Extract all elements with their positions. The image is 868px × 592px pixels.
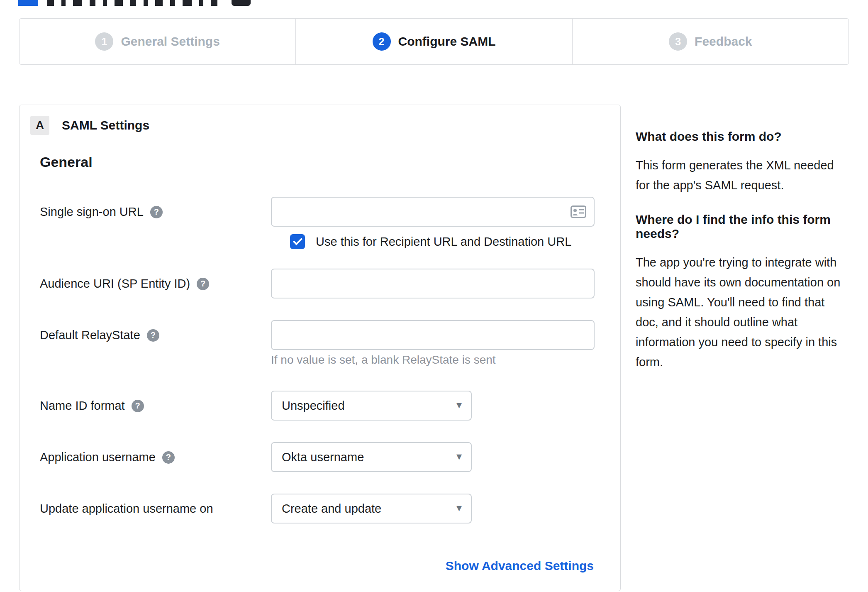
- recipient-url-checkbox[interactable]: [290, 234, 305, 249]
- sso-recipient-checkbox-row: Use this for Recipient URL and Destinati…: [290, 234, 571, 249]
- help-question-2: Where do I find the info this form needs…: [636, 213, 850, 241]
- section-a-badge: A: [30, 116, 49, 135]
- update-app-username-value: Create and update: [282, 502, 381, 516]
- update-app-username-label: Update application username on: [40, 502, 213, 516]
- sso-url-label: Single sign-on URL ?: [40, 205, 163, 219]
- show-advanced-settings-link[interactable]: Show Advanced Settings: [446, 559, 594, 573]
- clipped-title-fragment: [170, 0, 175, 6]
- clipped-title-fragment: [144, 0, 148, 6]
- help-answer-1: This form generates the XML needed for t…: [636, 155, 850, 195]
- help-icon[interactable]: ?: [150, 206, 163, 218]
- recipient-url-checkbox-label: Use this for Recipient URL and Destinati…: [316, 235, 571, 249]
- app-username-label: Application username ?: [40, 450, 175, 464]
- group-title-general: General: [40, 154, 93, 170]
- step-label: Feedback: [695, 34, 752, 49]
- clipped-title-fragment: [103, 0, 107, 6]
- chevron-down-icon: ▾: [456, 399, 462, 411]
- step-label: General Settings: [121, 34, 219, 49]
- clipped-title-fragment: [73, 0, 82, 6]
- relay-state-input[interactable]: [271, 320, 595, 350]
- sso-url-input-wrap: [271, 197, 595, 227]
- clipped-title-fragment: [183, 0, 192, 6]
- step-general-settings[interactable]: 1 General Settings: [20, 19, 295, 64]
- audience-uri-input[interactable]: [271, 269, 595, 298]
- help-answer-2: The app you're trying to integrate with …: [636, 252, 850, 372]
- help-question-1: What does this form do?: [636, 130, 850, 144]
- step-configure-saml[interactable]: 2 Configure SAML: [295, 19, 572, 64]
- audience-uri-label: Audience URI (SP Entity ID) ?: [40, 277, 209, 291]
- help-icon[interactable]: ?: [132, 400, 144, 412]
- clipped-title-fragment: [115, 0, 123, 6]
- clipped-page-title: [18, 0, 258, 6]
- app-username-label-text: Application username: [40, 450, 156, 464]
- clipped-title-fragment: [130, 0, 136, 6]
- clipped-icon-fragment: [232, 0, 251, 6]
- sso-url-input[interactable]: [271, 197, 595, 227]
- chevron-down-icon: ▾: [456, 450, 462, 463]
- help-icon[interactable]: ?: [197, 278, 209, 290]
- chevron-down-icon: ▾: [456, 501, 462, 514]
- clipped-logo-fragment: [18, 0, 38, 6]
- audience-uri-label-text: Audience URI (SP Entity ID): [40, 277, 190, 291]
- contact-card-icon: [571, 205, 586, 220]
- app-username-value: Okta username: [282, 450, 364, 464]
- relay-state-label-text: Default RelayState: [40, 328, 140, 342]
- help-sidebar: What does this form do? This form genera…: [636, 130, 850, 389]
- step-label: Configure SAML: [398, 34, 496, 49]
- name-id-format-label-text: Name ID format: [40, 399, 125, 413]
- help-icon[interactable]: ?: [162, 451, 175, 464]
- clipped-title-fragment: [47, 0, 54, 6]
- saml-settings-panel: A SAML Settings General Single sign-on U…: [19, 105, 621, 591]
- wizard-stepper: 1 General Settings 2 Configure SAML 3 Fe…: [19, 18, 849, 65]
- relay-state-hint: If no value is set, a blank RelayState i…: [271, 353, 496, 367]
- update-app-username-label-text: Update application username on: [40, 502, 213, 516]
- clipped-title-fragment: [211, 0, 217, 6]
- clipped-title-fragment: [61, 0, 66, 6]
- update-app-username-select[interactable]: Create and update ▾: [271, 494, 472, 524]
- clipped-title-fragment: [199, 0, 203, 6]
- step-number-badge: 1: [95, 32, 113, 51]
- section-title: SAML Settings: [62, 118, 149, 132]
- app-username-select[interactable]: Okta username ▾: [271, 442, 472, 472]
- relay-state-label: Default RelayState ?: [40, 328, 159, 342]
- clipped-title-fragment: [155, 0, 163, 6]
- step-number-badge: 3: [669, 32, 687, 51]
- help-icon[interactable]: ?: [147, 329, 159, 342]
- name-id-format-label: Name ID format ?: [40, 399, 144, 413]
- sso-url-label-text: Single sign-on URL: [40, 205, 144, 219]
- step-number-badge: 2: [373, 32, 391, 51]
- name-id-format-value: Unspecified: [282, 399, 345, 413]
- panel-header: A SAML Settings: [30, 116, 149, 135]
- name-id-format-select[interactable]: Unspecified ▾: [271, 391, 472, 421]
- clipped-title-fragment: [90, 0, 95, 6]
- step-feedback[interactable]: 3 Feedback: [572, 19, 848, 64]
